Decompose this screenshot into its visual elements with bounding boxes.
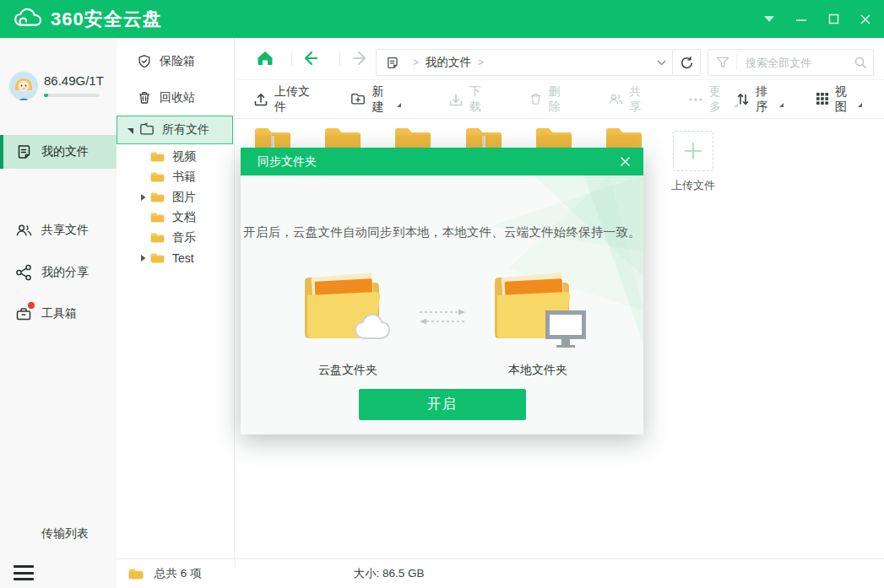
sync-arrows-icon (416, 309, 469, 326)
download-icon (448, 92, 464, 107)
more-dots-icon (688, 92, 703, 107)
breadcrumb-separator: > (413, 57, 419, 68)
tree-item-label: 文档 (172, 210, 196, 225)
trash-icon (529, 92, 543, 107)
view-button[interactable]: 视图 (816, 84, 860, 115)
status-bar: 总共 6 项 大小: 86.5 GB (117, 558, 884, 588)
yellow-folder-icon (150, 192, 165, 203)
breadcrumb-item-my-files[interactable]: 我的文件 (426, 55, 471, 70)
tree-item-all-files[interactable]: 所有文件 (117, 116, 233, 144)
breadcrumb-separator: > (478, 57, 484, 68)
sidebar: 86.49G/1T 我的文件 (0, 38, 117, 588)
window-menu-icon[interactable] (762, 13, 776, 26)
transfer-arrows-icon (15, 526, 32, 542)
sidebar-item-shared-files[interactable]: 共享文件 (0, 213, 117, 247)
tree-item-label: 视频 (172, 149, 196, 165)
people-icon (15, 222, 32, 239)
yellow-folder-icon (150, 151, 165, 163)
shield-icon (137, 54, 152, 69)
more-button[interactable]: 更多 (688, 84, 736, 115)
hamburger-menu-icon[interactable] (14, 565, 34, 580)
yellow-folder-icon (150, 212, 165, 224)
sidebar-item-my-shares[interactable]: 我的分享 (0, 256, 117, 289)
sidebar-item-my-files[interactable]: 我的文件 (0, 135, 117, 169)
sort-button[interactable]: 排序 (736, 84, 781, 115)
item-count: 总共 6 项 (155, 566, 202, 581)
tree-item-label: 图片 (172, 190, 196, 205)
tree-item-label: 回收站 (160, 90, 195, 105)
search-icon[interactable] (848, 56, 873, 69)
sidebar-item-transfer-list[interactable]: 传输列表 (0, 517, 117, 551)
chevron-down-icon[interactable] (650, 60, 672, 66)
document-icon (15, 143, 32, 160)
trash-icon (137, 90, 152, 105)
tree-item-music[interactable]: 音乐 (150, 227, 196, 249)
tree-item-documents[interactable]: 文档 (150, 207, 196, 229)
sidebar-item-label: 我的分享 (41, 265, 89, 280)
plus-icon (685, 143, 702, 159)
refresh-icon[interactable] (673, 50, 700, 75)
new-folder-button[interactable]: 新建 (350, 84, 399, 115)
upload-tile-label: 上传文件 (660, 178, 726, 193)
share-nodes-icon (15, 264, 32, 281)
search-bar (708, 49, 874, 76)
share-button[interactable]: 共享 (608, 84, 648, 115)
dropdown-caret-icon (779, 103, 784, 107)
caret-collapsed-icon[interactable] (138, 193, 147, 202)
delete-button[interactable]: 删除 (529, 84, 568, 115)
tree-item-test[interactable]: Test (138, 247, 194, 269)
toolbar-button-label: 更多 (709, 84, 726, 115)
toolbar-button-label: 删除 (549, 84, 568, 115)
back-arrow-icon[interactable] (301, 49, 321, 69)
filter-icon[interactable] (708, 55, 737, 70)
app-title: 360安全云盘 (51, 7, 162, 32)
search-input[interactable] (737, 57, 848, 69)
tree-item-label: 所有文件 (162, 122, 209, 138)
download-button[interactable]: 下载 (448, 84, 488, 115)
breadcrumb: > 我的文件 > (376, 49, 701, 76)
tree-item-books[interactable]: 书籍 (150, 166, 196, 188)
upload-files-button[interactable]: 上传文件 (253, 84, 313, 115)
forward-arrow-icon[interactable] (350, 49, 370, 69)
toolbar-button-label: 上传文件 (274, 84, 313, 115)
tree-item-safebox[interactable]: 保险箱 (137, 51, 195, 73)
storage-progress-fill (44, 94, 48, 97)
tree-item-label: 音乐 (172, 230, 196, 245)
enable-sync-button[interactable]: 开启 (359, 389, 526, 420)
dialog-body: 开启后，云盘文件自动同步到本地，本地文件、云端文件始终保持一致。 (241, 175, 643, 434)
titlebar: 360安全云盘 (0, 0, 884, 38)
notification-badge (28, 302, 35, 309)
tree-item-label: 书籍 (172, 170, 196, 185)
caret-collapsed-icon[interactable] (138, 254, 147, 262)
cloud-logo-icon (14, 7, 44, 32)
dialog-close-icon[interactable] (616, 154, 633, 170)
home-icon[interactable] (256, 49, 276, 69)
sidebar-item-toolbox[interactable]: 工具箱 (0, 297, 117, 331)
upload-tile[interactable] (673, 131, 713, 171)
cloud-folder-label: 云盘文件夹 (293, 363, 403, 378)
sidebar-item-label: 我的文件 (41, 144, 89, 159)
close-icon[interactable] (859, 13, 872, 26)
local-folder-illustration (483, 267, 593, 351)
new-folder-icon (350, 92, 366, 107)
maximize-icon[interactable] (827, 13, 840, 26)
toolbox-icon (15, 305, 32, 322)
yellow-folder-icon (128, 568, 144, 580)
minimize-icon[interactable] (795, 13, 808, 26)
tree-item-label: Test (172, 251, 194, 265)
sort-icon (736, 92, 750, 107)
dialog-header: 同步文件夹 (241, 148, 643, 175)
yellow-folder-icon (150, 232, 165, 244)
upload-icon (253, 92, 268, 107)
yellow-folder-icon (150, 171, 165, 183)
sidebar-item-label: 共享文件 (41, 223, 89, 238)
sidebar-item-label: 传输列表 (41, 526, 89, 542)
toolbar-button-label: 下载 (469, 84, 488, 115)
people-icon (608, 92, 623, 107)
avatar[interactable] (9, 72, 38, 100)
tree-item-videos[interactable]: 视频 (150, 146, 196, 168)
tree-item-recycle-bin[interactable]: 回收站 (137, 87, 195, 109)
caret-expanded-icon[interactable] (126, 127, 134, 134)
tree-item-pictures[interactable]: 图片 (138, 186, 196, 208)
dialog-title: 同步文件夹 (258, 154, 317, 170)
